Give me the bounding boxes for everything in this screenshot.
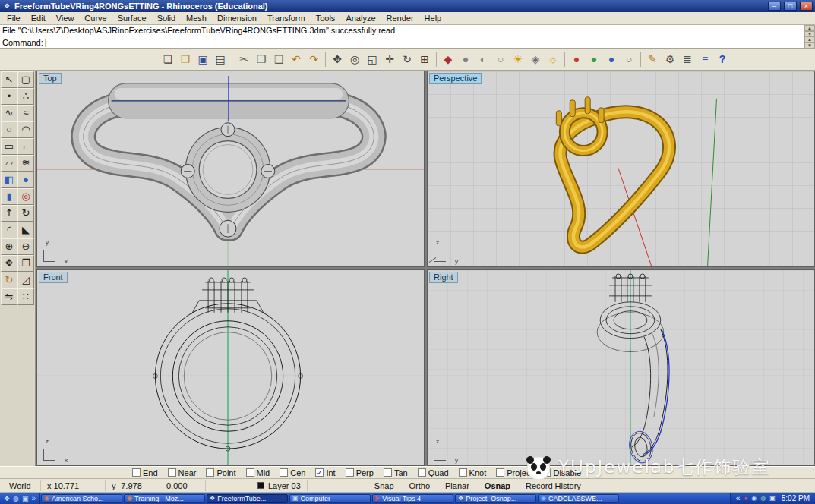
freeform-curve-icon[interactable]: ≈ (17, 105, 34, 121)
viewport-label-front[interactable]: Front (39, 272, 68, 283)
wireframe-display-icon[interactable]: ○ (492, 51, 509, 68)
menu-mesh[interactable]: Mesh (181, 13, 212, 24)
rotate-icon[interactable]: ↻ (1, 272, 17, 288)
osnap-knot[interactable]: Knot (459, 468, 487, 477)
spin-down-icon[interactable]: ▼ (804, 43, 815, 49)
osnap-project[interactable]: Project (496, 468, 532, 477)
viewport-right[interactable]: Right z y (427, 269, 815, 466)
task-cadclass[interactable]: ◉CADCLASSWE... (538, 494, 619, 503)
task-freeformtube-rhino[interactable]: ❖FreeformTube... (207, 494, 288, 503)
osnap-quad[interactable]: Quad (418, 468, 449, 477)
mirror-icon[interactable]: ⇋ (1, 288, 17, 305)
points-icon[interactable]: ∴ (17, 88, 34, 105)
scale-icon[interactable]: ◿ (17, 272, 34, 288)
array-icon[interactable]: ∷ (17, 288, 34, 305)
command-history-scrollbar[interactable]: ▲ ▼ (804, 25, 815, 36)
checkbox[interactable] (168, 468, 176, 477)
menu-surface[interactable]: Surface (112, 13, 152, 24)
snap-toggle[interactable]: Snap (367, 481, 402, 490)
viewport-perspective[interactable]: Perspective z y x (427, 71, 815, 267)
osnap-mid[interactable]: Mid (246, 468, 270, 477)
render-settings-icon[interactable]: ○ (621, 51, 637, 68)
ghosted-display-icon[interactable]: ◐ (475, 51, 491, 68)
cylinder-icon[interactable]: ▮ (1, 188, 17, 205)
osnap-toggle[interactable]: Osnap (477, 481, 518, 490)
menu-dimension[interactable]: Dimension (212, 13, 262, 24)
surface-icon[interactable]: ▱ (1, 155, 17, 172)
copy-icon[interactable]: ❒ (253, 51, 270, 68)
menu-transform[interactable]: Transform (262, 13, 311, 24)
rhino-tray-icon[interactable]: ▣ (769, 493, 776, 504)
menu-curve[interactable]: Curve (79, 13, 112, 24)
zoom-dynamic-icon[interactable]: ◎ (346, 51, 363, 68)
render-preview-icon[interactable]: ◆ (440, 51, 456, 68)
arc-icon[interactable]: ◠ (17, 121, 34, 138)
viewport-top[interactable]: Top y x (36, 71, 425, 267)
shaded-display-icon[interactable]: ● (457, 51, 474, 68)
menu-analyze[interactable]: Analyze (340, 13, 381, 24)
zoom-extents-icon[interactable]: ✛ (381, 51, 398, 68)
command-prompt[interactable]: Command: | ▲ ▼ (0, 36, 815, 49)
task-american-school[interactable]: ◉American Scho... (41, 494, 122, 503)
boolean-union-icon[interactable]: ⊕ (1, 238, 17, 255)
open-file-icon[interactable]: ❐ (177, 51, 194, 68)
save-icon[interactable]: ▣ (194, 51, 211, 68)
menu-tools[interactable]: Tools (311, 13, 341, 24)
cplane-button[interactable]: World (3, 480, 41, 491)
explorer-icon[interactable]: ▣ (22, 493, 29, 504)
polyline-icon[interactable]: ⌐ (17, 138, 34, 155)
menu-help[interactable]: Help (419, 13, 447, 24)
task-project-osnap[interactable]: ❖Project_Osnap... (455, 494, 536, 503)
osnap-int[interactable]: ✓Int (315, 468, 335, 477)
fillet-icon[interactable]: ◜ (1, 222, 17, 238)
pencil-icon[interactable]: ✎ (644, 51, 661, 68)
select-arrow-icon[interactable]: ↖ (1, 71, 17, 88)
taskbar-clock[interactable]: 5:02 PM (779, 494, 810, 502)
help-icon[interactable]: ? (714, 51, 731, 68)
select-window-icon[interactable]: ▢ (17, 71, 34, 88)
task-computer[interactable]: ▣Computer (289, 494, 371, 503)
browser-icon[interactable]: ◍ (13, 493, 19, 504)
checkbox[interactable] (542, 468, 551, 477)
copy-object-icon[interactable]: ❐ (17, 255, 34, 272)
volume-tray-icon[interactable]: ◉ (751, 493, 757, 504)
task-training-mozilla[interactable]: ◉Training - Moz... (124, 494, 205, 503)
checkbox[interactable] (459, 468, 467, 477)
menu-file[interactable]: File (2, 13, 26, 24)
lock-icon[interactable]: ◈ (527, 51, 544, 68)
zoom-window-icon[interactable]: ◱ (364, 51, 381, 68)
maximize-button[interactable]: □ (784, 2, 797, 11)
antivirus-tray-icon[interactable]: ● (744, 493, 747, 504)
render-blue-sphere-icon[interactable]: ● (603, 51, 620, 68)
curve-icon[interactable]: ∿ (1, 105, 17, 121)
box-icon[interactable]: ◧ (1, 172, 17, 188)
osnap-near[interactable]: Near (168, 468, 197, 477)
layer-manager-icon[interactable]: ≣ (679, 51, 696, 68)
checkbox[interactable] (346, 468, 354, 477)
sphere-icon[interactable]: ● (17, 172, 34, 188)
print-icon[interactable]: ▤ (212, 51, 229, 68)
planar-toggle[interactable]: Planar (438, 481, 477, 490)
chamfer-icon[interactable]: ◣ (17, 222, 34, 238)
paste-icon[interactable]: ❑ (270, 51, 287, 68)
boolean-difference-icon[interactable]: ⊖ (17, 238, 34, 255)
checkbox[interactable] (384, 468, 392, 477)
checkbox[interactable] (418, 468, 426, 477)
viewport-label-perspective[interactable]: Perspective (429, 73, 482, 84)
checkbox[interactable] (280, 468, 288, 477)
osnap-perp[interactable]: Perp (346, 468, 374, 477)
spin-up-icon[interactable]: ▲ (804, 36, 815, 43)
viewport-label-top[interactable]: Top (39, 73, 62, 84)
viewport-front[interactable]: Front z x (36, 269, 425, 466)
rectangle-icon[interactable]: ▭ (1, 138, 17, 155)
rotate-view-icon[interactable]: ↻ (399, 51, 415, 68)
render-green-sphere-icon[interactable]: ● (586, 51, 602, 68)
scroll-up-icon[interactable]: ▲ (804, 25, 815, 31)
pan-view-icon[interactable]: ✥ (329, 51, 346, 68)
light-bulb-icon[interactable]: ☼ (545, 51, 561, 68)
cut-icon[interactable]: ✂ (235, 51, 252, 68)
gear-icon[interactable]: ⚙ (662, 51, 678, 68)
command-prompt-spinner[interactable]: ▲ ▼ (804, 36, 815, 48)
layer-pane[interactable]: Layer 03 (251, 480, 308, 491)
checkbox[interactable] (132, 468, 141, 477)
